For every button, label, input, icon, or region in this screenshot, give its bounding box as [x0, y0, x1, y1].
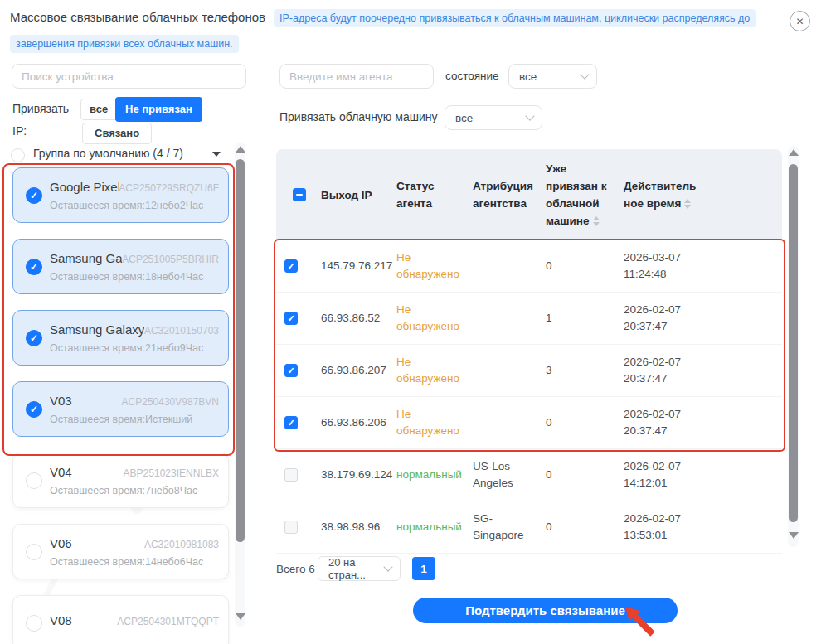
bind-machine-label: Привязать облачную машину: [279, 110, 437, 123]
device-card[interactable]: ✓ Samsung Galaxy S23 AC32010150703 Остав…: [12, 310, 229, 366]
cell-bound-count: 0: [546, 519, 624, 535]
device-card[interactable]: ✓ V08 ACP2504301MTQQPT: [12, 595, 229, 644]
cell-bound-count: 3: [546, 362, 624, 379]
chevron-down-icon[interactable]: [212, 152, 221, 157]
confirm-binding-button[interactable]: Подтвердить связывание: [413, 598, 678, 623]
indeterminate-icon: [296, 194, 303, 196]
ip-table: Выход IP Статус агента Атрибуция агентст…: [276, 149, 782, 554]
col-exit-ip: Выход IP: [321, 186, 396, 204]
cell-agent-status: нормальный: [396, 467, 473, 483]
device-serial: ACP251005P5BRHIR: [122, 254, 219, 265]
device-remaining-time: Оставшееся время:Истекший: [50, 414, 219, 425]
device-card[interactable]: ✓ Samsung Galaxy A ACP251005P5BRHIR Оста…: [12, 239, 229, 294]
device-info: Samsung Galaxy S23 AC32010150703 Оставше…: [50, 322, 219, 354]
device-serial: AC32010981083: [144, 539, 219, 550]
cell-exit-ip: 145.79.76.217: [321, 258, 396, 274]
filter-unbound-button[interactable]: Не привязан: [115, 97, 202, 122]
cell-agent-status: Не обнаружено: [396, 249, 473, 283]
row-checkbox-cell: ✓: [276, 416, 321, 429]
cell-valid-time: 2026-02-07 20:37:47: [624, 406, 707, 439]
device-checkbox[interactable]: ✓: [26, 187, 42, 204]
device-serial: ACP250729SRQZU6F: [119, 182, 219, 194]
device-card[interactable]: ✓ V03 ACP250430V987BVN Оставшееся время:…: [12, 381, 229, 437]
cell-exit-ip: 66.93.86.52: [321, 310, 396, 327]
bind-machine-select[interactable]: все: [445, 105, 542, 130]
scroll-up-icon[interactable]: [789, 149, 799, 156]
row-checkbox[interactable]: ✓: [284, 312, 298, 325]
device-name: V06: [50, 536, 72, 550]
device-info: Samsung Galaxy A ACP251005P5BRHIR Оставш…: [50, 251, 219, 283]
col-agency-attribution: Атрибуция агентства: [473, 177, 546, 212]
page-1-button[interactable]: 1: [412, 557, 435, 580]
cell-valid-time: 2026-02-07 13:53:01: [624, 511, 707, 544]
device-checkbox[interactable]: ✓: [26, 544, 42, 560]
row-checkbox[interactable]: ✓: [284, 468, 298, 482]
device-info: Google Pixel 9 Pr ACP250729SRQZU6F Остав…: [50, 180, 219, 211]
check-icon: ✓: [287, 310, 294, 327]
cell-agent-status: Не обнаружено: [396, 354, 473, 387]
device-info: V08 ACP2504301MTQQPT: [50, 613, 219, 633]
scroll-up-icon[interactable]: [236, 146, 245, 153]
device-checkbox[interactable]: ✓: [26, 472, 42, 489]
search-input[interactable]: [12, 64, 246, 89]
cell-valid-time: 2026-02-07 14:12:01: [624, 458, 707, 491]
device-card[interactable]: ✓ V06 AC32010981083 Оставшееся время:14н…: [12, 524, 229, 579]
device-checkbox[interactable]: ✓: [26, 615, 42, 632]
state-select[interactable]: все: [508, 64, 597, 89]
dialog-header: Массовое связывание облачных телефоновIP…: [10, 5, 786, 56]
row-checkbox[interactable]: ✓: [284, 364, 298, 377]
chevron-down-icon: [525, 111, 534, 120]
device-serial: ABP251023IENNLBX: [124, 467, 219, 479]
device-name: V03: [50, 394, 72, 408]
row-checkbox[interactable]: ✓: [284, 416, 298, 429]
device-checkbox[interactable]: ✓: [26, 330, 42, 346]
group-label[interactable]: Группа по умолчанию (4 / 7): [33, 147, 183, 160]
cell-bound-count: 0: [546, 467, 624, 483]
scroll-down-icon[interactable]: [789, 532, 799, 539]
right-scrollbar-thumb[interactable]: [789, 164, 798, 522]
device-remaining-time: Оставшееся время:14небо6Час: [50, 556, 219, 568]
row-checkbox[interactable]: ✓: [284, 521, 298, 534]
state-label: состояние: [445, 70, 499, 82]
cell-exit-ip: 66.93.86.207: [321, 362, 396, 379]
close-button[interactable]: ✕: [790, 11, 810, 31]
device-checkbox[interactable]: ✓: [26, 401, 42, 418]
device-card[interactable]: ✓ Google Pixel 9 Pr ACP250729SRQZU6F Ост…: [12, 167, 229, 223]
row-checkbox-cell: ✓: [276, 521, 321, 534]
row-checkbox[interactable]: ✓: [284, 259, 298, 273]
sort-icon[interactable]: [684, 199, 691, 209]
agent-name-input[interactable]: [279, 64, 434, 89]
cell-valid-time: 2026-02-07 20:37:47: [624, 354, 707, 387]
close-icon: ✕: [795, 16, 804, 27]
cell-valid-time: 2026-03-07 11:24:48: [624, 249, 707, 283]
filter-all-button[interactable]: все: [80, 99, 117, 120]
cell-bound-count: 0: [546, 258, 624, 274]
check-icon: ✓: [30, 190, 38, 201]
bind-machine-select-value: все: [455, 112, 473, 124]
filter-bound-button[interactable]: Связано: [82, 123, 152, 144]
row-checkbox-cell: ✓: [276, 312, 321, 325]
row-checkbox-cell: ✓: [276, 259, 321, 273]
select-all-checkbox[interactable]: [293, 188, 306, 201]
chevron-down-icon: [383, 562, 392, 571]
device-info: V03 ACP250430V987BVN Оставшееся время:Ис…: [50, 394, 219, 425]
table-row: ✓ 66.93.86.52 Не обнаружено 1 2026-02-07…: [276, 293, 782, 345]
sort-icon[interactable]: [593, 216, 600, 226]
page-size-select[interactable]: 20 на стран...: [318, 556, 401, 581]
col-agent-status: Статус агента: [396, 177, 473, 212]
cell-bound-count: 1: [546, 310, 624, 327]
table-row: ✓ 66.93.86.206 Не обнаружено 0 2026-02-0…: [276, 397, 782, 449]
device-serial: AC32010150703: [144, 325, 219, 337]
cell-agency-attribution: SG-Singapore: [473, 511, 546, 544]
device-checkbox[interactable]: ✓: [26, 259, 42, 275]
device-card[interactable]: ✓ V04 ABP251023IENNLBX Оставшееся время:…: [12, 453, 229, 508]
left-scrollbar-thumb[interactable]: [236, 159, 245, 542]
scroll-down-icon[interactable]: [236, 613, 245, 620]
check-icon: ✓: [30, 261, 38, 273]
cell-valid-time: 2026-02-07 20:37:47: [624, 302, 707, 335]
device-list: ✓ Google Pixel 9 Pr ACP250729SRQZU6F Ост…: [12, 167, 229, 644]
group-checkbox[interactable]: [11, 148, 25, 162]
page-size-value: 20 на стран...: [328, 556, 385, 581]
table-body: ✓ 145.79.76.217 Не обнаружено 0 2026-03-…: [276, 240, 782, 554]
total-count: Всего 6: [276, 563, 315, 575]
